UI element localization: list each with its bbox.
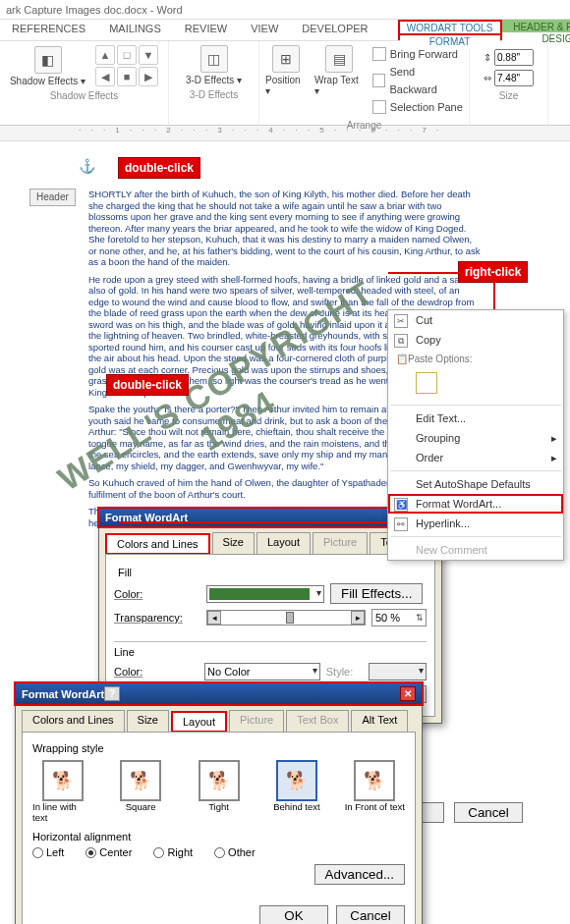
wordart-tools-context-tab[interactable]: WORDART TOOLS FORMAT <box>398 20 502 40</box>
menu-copy[interactable]: ⧉Copy <box>388 330 563 350</box>
transparency-slider[interactable]: ◂▸ <box>206 610 366 625</box>
separator <box>390 536 561 537</box>
align-right-radio[interactable]: Right <box>153 846 193 858</box>
tab-picture: Picture <box>229 710 284 732</box>
close-button[interactable]: ✕ <box>400 686 416 701</box>
paste-option-icon <box>416 372 437 394</box>
wrap-inline[interactable]: 🐕In line with text <box>32 760 92 823</box>
nudge-left-icon[interactable]: ◀ <box>95 67 115 86</box>
align-other-radio[interactable]: Other <box>214 846 256 858</box>
callout-double-click-2: double-click <box>106 374 189 396</box>
tab-size[interactable]: Size <box>212 532 255 554</box>
ribbon-tabs: REFERENCES MAILINGS REVIEW VIEW DEVELOPE… <box>0 20 570 41</box>
align-left-radio[interactable]: Left <box>32 846 64 858</box>
fill-group: Fill Color: Fill Effects... Transparency… <box>114 563 427 635</box>
cancel-button[interactable]: Cancel <box>454 802 523 823</box>
help-button[interactable]: ? <box>104 686 120 701</box>
format-wordart-dialog-layout: Format WordArt ? ✕ Colors and Lines Size… <box>15 682 423 924</box>
nudge-up-icon[interactable]: ▲ <box>95 45 115 65</box>
cancel-button[interactable]: Cancel <box>336 905 405 924</box>
menu-set-autoshape-defaults[interactable]: Set AutoShape Defaults <box>388 474 563 494</box>
shadow-effects-button[interactable]: ◧ Shadow Effects ▾ <box>10 46 86 86</box>
advanced-button[interactable]: Advanced... <box>314 864 405 885</box>
menu-paste-keep-formatting[interactable] <box>388 368 563 402</box>
3d-effects-button[interactable]: ◫ 3-D Effects ▾ <box>186 45 242 85</box>
menu-edit-text[interactable]: Edit Text... <box>388 408 563 428</box>
wrap-text-icon: ▤ <box>325 45 353 73</box>
separator <box>390 405 561 406</box>
title-bar: ark Capture Images doc.docx - Word <box>0 0 570 20</box>
wrap-in-front[interactable]: 🐕In Front of text <box>345 760 405 823</box>
tab-references[interactable]: REFERENCES <box>0 20 97 40</box>
fill-effects-button[interactable]: Fill Effects... <box>330 583 423 604</box>
header-footer-context-tab[interactable]: HEADER & FOOTE... DESIGN <box>502 20 570 40</box>
nudge-right-icon[interactable]: ▶ <box>139 67 158 86</box>
line-color-combo[interactable]: No Color <box>204 663 320 680</box>
dog-icon: 🐕 <box>52 770 74 791</box>
dog-icon: 🐕 <box>130 770 151 791</box>
menu-cut[interactable]: ✂Cut <box>388 310 563 330</box>
tab-layout[interactable]: Layout <box>256 532 311 554</box>
send-backward-icon <box>372 74 386 87</box>
line-label: Line <box>114 646 135 658</box>
tab-layout[interactable]: Layout <box>171 711 227 733</box>
bring-forward-icon <box>372 47 386 61</box>
callout-right-click: right-click <box>458 261 528 283</box>
tab-textbox: Text Box <box>286 710 349 732</box>
align-center-radio[interactable]: Center <box>86 846 132 858</box>
menu-paste-options-label: 📋Paste Options: <box>388 350 563 368</box>
menu-order[interactable]: Order <box>388 448 563 467</box>
tab-colors-and-lines[interactable]: Colors and Lines <box>105 533 210 555</box>
menu-new-comment: New Comment <box>388 540 563 560</box>
fill-color-swatch <box>209 588 310 600</box>
shadow-toggle-icon[interactable]: □ <box>117 45 137 65</box>
menu-grouping[interactable]: Grouping <box>388 428 563 448</box>
width-icon: ⇔ <box>484 73 491 83</box>
line-style-label: Style: <box>326 666 363 678</box>
wrap-tight[interactable]: 🐕Tight <box>189 760 249 823</box>
tab-alt-text[interactable]: Alt Text <box>351 710 408 732</box>
shadow-center-icon[interactable]: ■ <box>117 67 137 86</box>
dialog-title: Format WordArt <box>22 688 104 700</box>
dialog-title-bar[interactable]: Format WordArt ? ✕ <box>16 683 422 704</box>
ruler: · · · 1 · · · 2 · · · 3 · · · 4 · · · 5 … <box>0 126 570 141</box>
window-title: ark Capture Images doc.docx - Word <box>6 4 564 16</box>
format-wordart-icon: ♿ <box>394 498 408 512</box>
fill-color-combo[interactable] <box>206 585 324 603</box>
height-input[interactable] <box>494 49 534 66</box>
transparency-spin[interactable]: 50 % <box>371 609 427 626</box>
menu-format-wordart[interactable]: ♿Format WordArt... <box>388 494 563 514</box>
position-button[interactable]: ⊞Position ▾ <box>265 45 307 96</box>
header-tag[interactable]: Header <box>29 189 76 206</box>
paste-icon: 📋 <box>396 353 408 364</box>
position-icon: ⊞ <box>272 45 300 73</box>
fill-label: Fill <box>114 567 136 578</box>
tab-review[interactable]: REVIEW <box>173 20 239 40</box>
width-input[interactable] <box>494 70 534 86</box>
anchor-icon: ⚓ <box>79 161 95 173</box>
ribbon: ◧ Shadow Effects ▾ ▲ □ ▼ ◀ ■ ▶ Shadow Ef… <box>0 41 570 126</box>
line-color-label: Color: <box>114 666 199 678</box>
fill-color-label: Color: <box>114 588 200 600</box>
callout-double-click-1: double-click <box>118 157 200 179</box>
wrap-text-button[interactable]: ▤Wrap Text ▾ <box>314 45 365 96</box>
horizontal-alignment-label: Horizontal alignment <box>32 831 405 842</box>
ok-button[interactable]: OK <box>259 905 328 924</box>
tab-view[interactable]: VIEW <box>239 20 290 40</box>
nudge-down-icon[interactable]: ▼ <box>139 45 158 65</box>
selection-pane-button[interactable]: Selection Pane <box>372 98 463 116</box>
cut-icon: ✂ <box>394 314 408 328</box>
copy-icon: ⧉ <box>394 334 408 348</box>
send-backward-button[interactable]: Send Backward <box>372 63 463 98</box>
menu-hyperlink[interactable]: ⚯Hyperlink... <box>388 514 563 533</box>
tab-size[interactable]: Size <box>127 710 169 732</box>
wrap-behind-text[interactable]: 🐕Behind text <box>266 760 326 823</box>
dog-icon: 🐕 <box>286 770 308 791</box>
line-style-combo <box>369 663 427 680</box>
wrap-square[interactable]: 🐕Square <box>110 760 170 823</box>
annotation-line <box>120 521 393 523</box>
tab-mailings[interactable]: MAILINGS <box>97 20 173 40</box>
tab-developer[interactable]: DEVELOPER <box>290 20 379 40</box>
tab-colors-and-lines[interactable]: Colors and Lines <box>22 710 125 732</box>
tab-picture: Picture <box>313 532 368 554</box>
